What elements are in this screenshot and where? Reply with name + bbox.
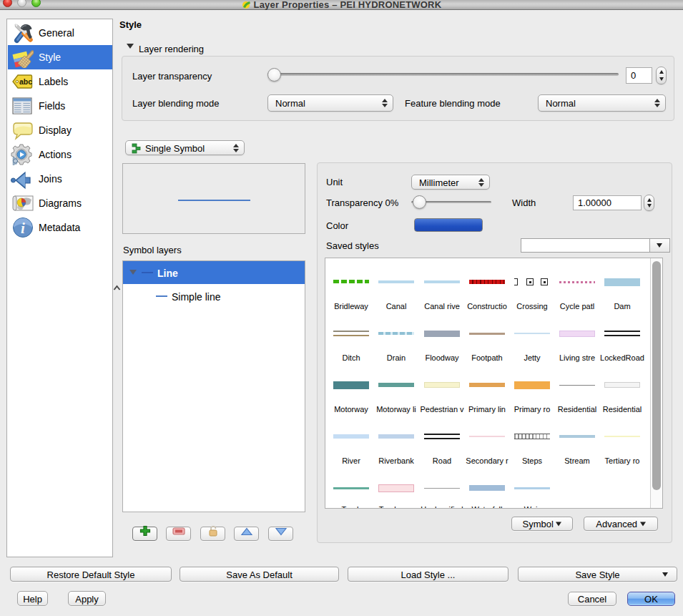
svg-text:abc: abc xyxy=(19,77,32,86)
svg-text:i: i xyxy=(21,220,25,237)
